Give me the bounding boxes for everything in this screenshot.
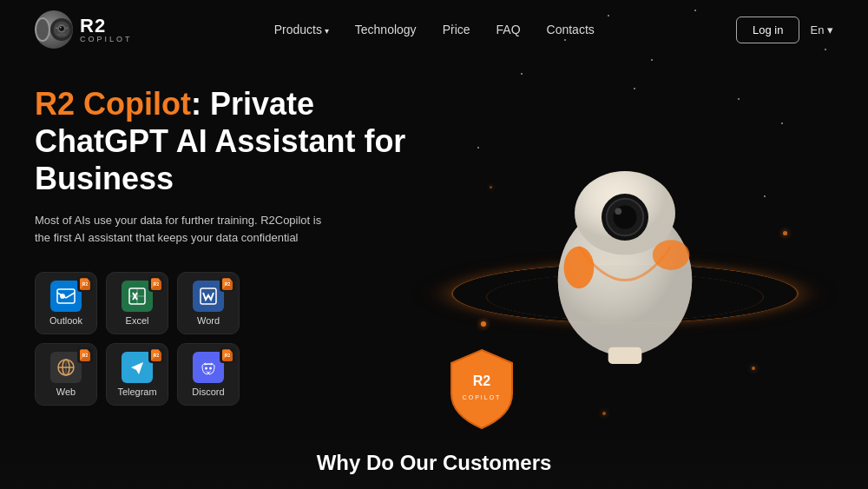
hero-title: R2 Copilot: Private ChatGPT AI Assistant…: [35, 85, 451, 198]
word-badge: R2: [220, 276, 235, 292]
app-item-word[interactable]: R2 Word: [177, 272, 240, 334]
web-badge: R2: [77, 347, 93, 363]
nav-item-faq[interactable]: FAQ: [496, 22, 521, 37]
nav-right: Log in En ▾: [736, 17, 833, 43]
discord-badge: R2: [220, 347, 235, 363]
robot-svg: [512, 146, 738, 389]
particle-3: [783, 231, 787, 235]
nav-link-contacts[interactable]: Contacts: [547, 23, 595, 36]
svg-point-29: [564, 247, 595, 288]
hero-title-brand: R2 Copilot: [35, 86, 191, 122]
nav-link-price[interactable]: Price: [443, 23, 470, 36]
nav-item-contacts[interactable]: Contacts: [547, 22, 595, 37]
particle-5: [602, 412, 606, 415]
svg-text:COPILOT: COPILOT: [463, 394, 502, 400]
hero-section: R2 Copilot: Private ChatGPT AI Assistant…: [0, 59, 868, 487]
svg-rect-5: [57, 34, 65, 36]
discord-label: Discord: [192, 387, 224, 397]
svg-point-28: [615, 208, 621, 215]
particle-4: [490, 186, 492, 188]
excel-badge: R2: [148, 276, 164, 292]
login-button[interactable]: Log in: [736, 17, 799, 43]
web-label: Web: [56, 387, 76, 397]
app-item-web[interactable]: R2 Web: [35, 343, 97, 406]
nav-item-technology[interactable]: Technology: [355, 22, 417, 37]
app-item-outlook[interactable]: R2 Outlook: [35, 272, 97, 334]
hero-subtitle: Most of AIs use your data for further tr…: [35, 212, 330, 248]
nav-item-price[interactable]: Price: [443, 22, 470, 37]
navigation: R2 COPILOT Products Technology Price FAQ…: [0, 0, 868, 59]
app-item-discord[interactable]: R2 Discord: [177, 343, 240, 406]
hero-left: R2 Copilot: Private ChatGPT AI Assistant…: [35, 76, 451, 487]
nav-link-technology[interactable]: Technology: [355, 23, 417, 36]
app-integrations-grid: R2 Outlook R2: [35, 272, 451, 406]
svg-point-30: [653, 240, 689, 270]
app-item-excel[interactable]: R2 Excel: [106, 272, 168, 334]
app-item-telegram[interactable]: R2 Telegram: [106, 343, 168, 406]
hero-robot-section: R2 COPILOT: [451, 76, 833, 487]
particle-2: [752, 367, 755, 370]
language-selector[interactable]: En ▾: [810, 23, 833, 36]
nav-links: Products Technology Price FAQ Contacts: [274, 22, 595, 37]
svg-point-19: [205, 367, 207, 370]
svg-rect-31: [608, 347, 642, 364]
svg-point-20: [209, 367, 212, 370]
particle-1: [481, 321, 486, 327]
logo-icon: [35, 10, 73, 49]
outlook-badge: R2: [77, 276, 93, 292]
svg-text:R2: R2: [473, 373, 491, 388]
word-label: Word: [197, 315, 220, 326]
shield-logo: R2 COPILOT: [443, 346, 521, 433]
telegram-badge: R2: [148, 347, 164, 363]
logo-copilot: COPILOT: [80, 36, 133, 43]
svg-point-9: [60, 294, 65, 299]
logo[interactable]: R2 COPILOT: [35, 10, 133, 49]
nav-link-faq[interactable]: FAQ: [496, 23, 521, 36]
nav-item-products[interactable]: Products: [274, 22, 329, 37]
robot-glow-container: R2 COPILOT: [399, 50, 851, 489]
svg-point-4: [60, 27, 62, 29]
svg-point-3: [59, 26, 64, 31]
outlook-label: Outlook: [49, 315, 82, 326]
logo-r2: R2: [80, 17, 133, 36]
telegram-label: Telegram: [117, 387, 156, 397]
svg-rect-6: [56, 28, 57, 29]
logo-text-group: R2 COPILOT: [80, 17, 133, 43]
svg-rect-7: [66, 28, 68, 29]
excel-label: Excel: [126, 315, 149, 326]
nav-link-products[interactable]: Products: [274, 23, 329, 36]
